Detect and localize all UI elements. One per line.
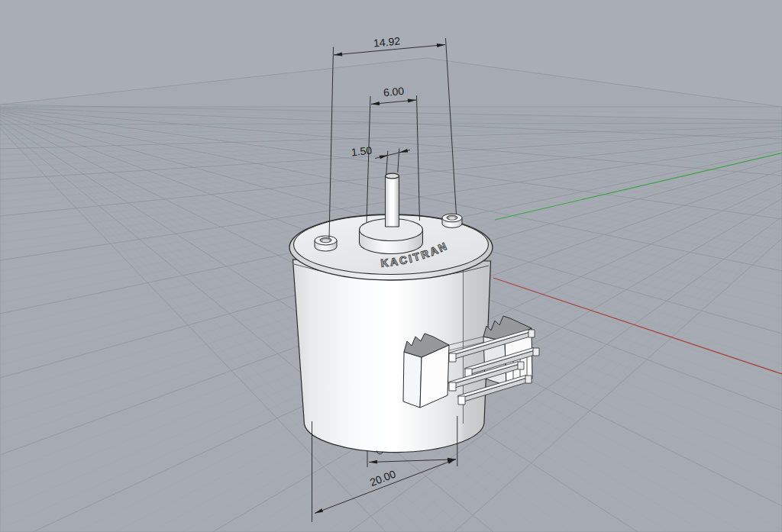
cad-viewport[interactable]: KACITRAN [0,0,782,532]
shaft-top [386,173,399,179]
pin-4-end-right [525,376,532,383]
dim-value-boss-diameter: 6.00 [383,85,405,99]
pin-1-end-right [528,330,535,337]
connector-block-left[interactable] [403,334,449,408]
pin-3-end-right [518,362,524,369]
dim-value-shaft-diameter: 1.50 [351,144,373,159]
pin-4-end-left [458,396,465,405]
mount-hole-left-inner [322,240,329,243]
pin-2-end-right [533,348,539,356]
mount-post-left[interactable] [315,236,337,251]
pin-1-end-left [449,353,456,362]
mount-hole-right-inner [449,217,456,220]
output-shaft[interactable] [386,173,399,227]
dim-value-mount-span: 14.92 [373,34,401,49]
perspective-view[interactable]: KACITRAN [0,0,782,532]
pin-3-end-left [449,382,456,391]
mount-post-right[interactable] [442,214,462,227]
